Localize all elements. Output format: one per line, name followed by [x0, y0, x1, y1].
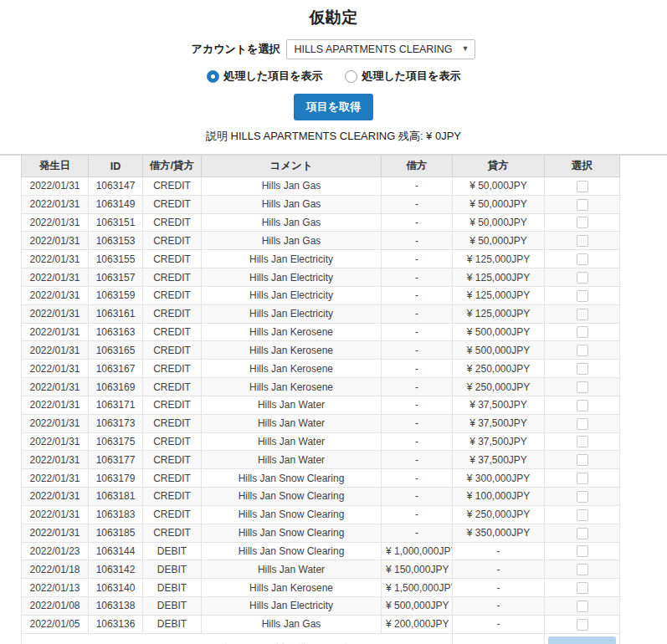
- row-select-checkbox[interactable]: [577, 509, 588, 521]
- row-credit: -: [453, 579, 545, 597]
- row-select-checkbox[interactable]: [577, 272, 588, 284]
- row-comment: Hills Jan Snow Clearing: [202, 542, 382, 560]
- row-type: CREDIT: [143, 341, 202, 360]
- table-row: 2022/01/31 1063147 CREDIT Hills Jan Gas …: [22, 177, 620, 196]
- row-type: CREDIT: [143, 323, 202, 341]
- row-date: 2022/01/31: [22, 378, 89, 396]
- column-header-credit: 貸方: [453, 156, 545, 177]
- row-select-checkbox[interactable]: [577, 253, 588, 265]
- display-filter-radios: 処理した項目を表示 処理した項目を表示: [0, 69, 667, 84]
- table-row: 2022/01/05 1063136 DEBIT Hills Jan Gas ¥…: [22, 615, 620, 633]
- column-header-id: ID: [89, 156, 143, 177]
- row-comment: Hills Jan Water: [202, 432, 382, 451]
- row-date: 2022/01/31: [22, 360, 89, 378]
- table-row: 2022/01/31 1063171 CREDIT Hills Jan Wate…: [22, 396, 620, 414]
- row-select-checkbox[interactable]: [577, 326, 588, 338]
- row-select-checkbox[interactable]: [577, 363, 588, 375]
- row-select-checkbox[interactable]: [577, 418, 588, 430]
- processed-radio[interactable]: [207, 70, 219, 83]
- row-select-checkbox[interactable]: [577, 619, 588, 631]
- row-type: CREDIT: [143, 195, 202, 213]
- row-comment: Hills Jan Gas: [202, 213, 382, 232]
- row-select-checkbox[interactable]: [577, 309, 588, 320]
- row-type: CREDIT: [143, 304, 202, 323]
- row-select-checkbox[interactable]: [577, 400, 588, 411]
- row-date: 2022/01/31: [22, 414, 89, 432]
- row-credit: ¥ 50,000JPY: [453, 195, 545, 213]
- row-select-checkbox[interactable]: [577, 601, 588, 612]
- table-header: 発生日 ID 借方/貸方 コメント 借方 貸方 選択: [22, 156, 620, 177]
- table-row: 2022/01/31 1063169 CREDIT Hills Jan Kero…: [22, 378, 620, 396]
- table-row: 2022/01/18 1063142 DEBIT Hills Jan Water…: [22, 560, 620, 579]
- column-header-type: 借方/貸方: [143, 156, 202, 177]
- row-type: DEBIT: [143, 597, 202, 616]
- row-id: 1063144: [89, 542, 143, 560]
- row-select-checkbox[interactable]: [577, 454, 588, 466]
- row-id: 1063136: [89, 615, 143, 633]
- row-comment: Hills Jan Electricity: [202, 286, 382, 304]
- row-type: CREDIT: [143, 250, 202, 268]
- column-header-comment: コメント: [202, 156, 382, 177]
- table-row: 2022/01/31 1063177 CREDIT Hills Jan Wate…: [22, 451, 620, 469]
- page-title: 仮勘定: [0, 7, 667, 28]
- row-select-checkbox[interactable]: [577, 381, 588, 393]
- row-date: 2022/01/31: [22, 451, 89, 469]
- row-date: 2022/01/31: [22, 195, 89, 213]
- row-date: 2022/01/31: [22, 341, 89, 360]
- row-select-checkbox[interactable]: [577, 564, 588, 575]
- row-date: 2022/01/31: [22, 177, 89, 196]
- row-comment: Hills Jan Electricity: [202, 597, 382, 616]
- radio-option-unprocessed[interactable]: 処理した項目を表示: [345, 69, 461, 84]
- row-id: 1063151: [89, 213, 143, 232]
- row-credit: ¥ 37,500JPY: [453, 414, 545, 432]
- row-id: 1063163: [89, 323, 143, 341]
- row-credit: -: [453, 615, 545, 633]
- table-row: 2022/01/31 1063153 CREDIT Hills Jan Gas …: [22, 232, 620, 250]
- selection-total-value: ¥ 0JPY: [453, 633, 545, 644]
- row-select-checkbox[interactable]: [577, 235, 588, 247]
- row-credit: -: [453, 597, 545, 616]
- account-select[interactable]: HILLS APARTMENTS CLEARING ▼: [286, 39, 475, 59]
- account-select-input[interactable]: HILLS APARTMENTS CLEARING: [286, 39, 475, 59]
- row-type: CREDIT: [143, 505, 202, 524]
- row-select-checkbox[interactable]: [577, 473, 588, 484]
- selection-total-label: 選択項目の合計（貸借は一致させてください）：: [22, 633, 453, 644]
- row-select-checkbox[interactable]: [577, 290, 588, 302]
- row-type: CREDIT: [143, 378, 202, 396]
- row-select-checkbox[interactable]: [577, 181, 588, 192]
- row-id: 1063157: [89, 268, 143, 287]
- table-row: 2022/01/23 1063144 DEBIT Hills Jan Snow …: [22, 542, 620, 560]
- table-row: 2022/01/31 1063179 CREDIT Hills Jan Snow…: [22, 469, 620, 488]
- process-items-button[interactable]: 0項目を処理: [548, 636, 616, 644]
- row-date: 2022/01/31: [22, 268, 89, 287]
- row-select-checkbox[interactable]: [577, 545, 588, 557]
- row-comment: Hills Jan Snow Clearing: [202, 488, 382, 506]
- row-id: 1063183: [89, 505, 143, 524]
- row-select-checkbox[interactable]: [577, 199, 588, 211]
- row-debit: ¥ 1,500,000JPY: [382, 579, 453, 597]
- row-select-checkbox[interactable]: [577, 582, 588, 594]
- row-select-checkbox[interactable]: [577, 436, 588, 447]
- row-type: DEBIT: [143, 615, 202, 633]
- row-date: 2022/01/23: [22, 542, 89, 560]
- row-select-checkbox[interactable]: [577, 491, 588, 503]
- row-comment: Hills Jan Snow Clearing: [202, 524, 382, 542]
- radio-option-processed[interactable]: 処理した項目を表示: [207, 69, 323, 84]
- unprocessed-radio[interactable]: [345, 70, 357, 83]
- fetch-items-button[interactable]: 項目を取得: [294, 94, 373, 120]
- row-debit: -: [382, 451, 453, 469]
- row-comment: Hills Jan Electricity: [202, 304, 382, 323]
- table-row: 2022/01/31 1063165 CREDIT Hills Jan Kero…: [22, 341, 620, 360]
- unprocessed-radio-label[interactable]: 処理した項目を表示: [362, 69, 461, 84]
- row-debit: -: [382, 469, 453, 488]
- row-select-checkbox[interactable]: [577, 345, 588, 356]
- row-credit: ¥ 50,000JPY: [453, 177, 545, 196]
- row-select-checkbox[interactable]: [577, 217, 588, 228]
- table-row: 2022/01/31 1063163 CREDIT Hills Jan Kero…: [22, 323, 620, 341]
- processed-radio-label[interactable]: 処理した項目を表示: [224, 69, 323, 84]
- row-comment: Hills Jan Electricity: [202, 250, 382, 268]
- row-type: CREDIT: [143, 396, 202, 414]
- row-select-checkbox[interactable]: [577, 528, 588, 539]
- row-credit: ¥ 500,000JPY: [453, 323, 545, 341]
- row-comment: Hills Jan Kerosene: [202, 579, 382, 597]
